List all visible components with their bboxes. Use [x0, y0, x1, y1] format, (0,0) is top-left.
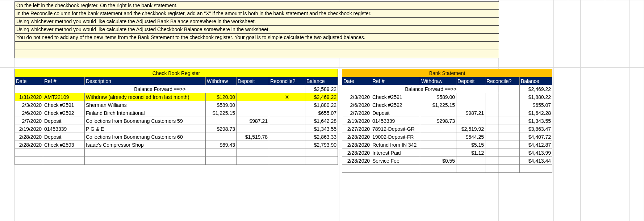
- cell-balance[interactable]: $4,413.44: [520, 157, 552, 165]
- cell-reconcile[interactable]: [485, 141, 520, 149]
- cell-withdraw[interactable]: $1,225.15: [206, 109, 237, 117]
- cell-withdraw[interactable]: $298.73: [206, 125, 237, 133]
- table-row[interactable]: 2/7/2020DepositCollections from Boomeran…: [15, 117, 338, 125]
- cell-reconcile[interactable]: [485, 109, 520, 117]
- cell-reconcile[interactable]: [485, 157, 520, 165]
- cell-date[interactable]: 2/28/2020: [15, 141, 43, 149]
- cell-deposit[interactable]: [237, 101, 269, 109]
- cell-reconcile[interactable]: [269, 109, 305, 117]
- cell-deposit[interactable]: $987.21: [237, 117, 269, 125]
- cell-date[interactable]: 2/3/2020: [15, 101, 43, 109]
- cell-ref[interactable]: Refund from IN 342: [371, 141, 420, 149]
- cell-date[interactable]: 2/6/2020: [15, 109, 43, 117]
- cell-ref[interactable]: Interest Paid: [371, 149, 420, 157]
- cell-ref[interactable]: 19002-Deposit-FR: [371, 133, 420, 141]
- cell-deposit[interactable]: [456, 117, 485, 125]
- cell-desc[interactable]: Sherman Williams: [85, 101, 206, 109]
- cell-date[interactable]: 1/31/2020: [15, 93, 43, 101]
- cell-desc[interactable]: P G & E: [85, 125, 206, 133]
- cell-reconcile[interactable]: [485, 133, 520, 141]
- cell-balance[interactable]: $1,343.55: [520, 117, 552, 125]
- cell-balance[interactable]: $1,642.28: [520, 109, 552, 117]
- cell-balance[interactable]: $2,469.22: [305, 93, 338, 101]
- table-row[interactable]: 2/19/202001453339$298.73$1,343.55: [342, 117, 552, 125]
- table-row[interactable]: [15, 149, 338, 157]
- cell-balance[interactable]: $3,863.47: [520, 125, 552, 133]
- cell-reconcile[interactable]: [269, 133, 305, 141]
- cell-withdraw[interactable]: [420, 133, 456, 141]
- cell-date[interactable]: 2/7/2020: [342, 109, 371, 117]
- cell-ref[interactable]: Check #2592: [371, 101, 420, 109]
- cell-deposit[interactable]: [456, 101, 485, 109]
- cell-reconcile[interactable]: [269, 141, 305, 149]
- table-row[interactable]: 2/28/2020Interest Paid$1.12$4,413.99: [342, 149, 552, 157]
- cell-ref[interactable]: Check #2593: [43, 141, 85, 149]
- cell-withdraw[interactable]: [420, 125, 456, 133]
- table-row[interactable]: 2/3/2020Check #2591Sherman Williams$589.…: [15, 101, 338, 109]
- cell-withdraw[interactable]: $298.73: [420, 117, 456, 125]
- cell-date[interactable]: 2/7/2020: [15, 117, 43, 125]
- cell-ref[interactable]: Service Fee: [371, 157, 420, 165]
- cell-withdraw[interactable]: $0.55: [420, 157, 456, 165]
- cell-deposit[interactable]: $544.25: [456, 133, 485, 141]
- cell-desc[interactable]: Collections from Boomerang Customers 60: [85, 133, 206, 141]
- cell-deposit[interactable]: [456, 157, 485, 165]
- cell-deposit[interactable]: $1.12: [456, 149, 485, 157]
- cell-reconcile[interactable]: [269, 101, 305, 109]
- cell-ref[interactable]: Deposit: [371, 109, 420, 117]
- cell-ref[interactable]: Deposit: [43, 133, 85, 141]
- cell-balance[interactable]: $1,880.22: [520, 93, 552, 101]
- table-row[interactable]: 1/31/2020AMT22109Withdraw (already recon…: [15, 93, 338, 101]
- cell-ref[interactable]: Check #2591: [43, 101, 85, 109]
- table-row[interactable]: 2/19/202001453339P G & E$298.73$1,343.55: [15, 125, 338, 133]
- cell-date[interactable]: 2/28/2020: [342, 133, 371, 141]
- cell-reconcile[interactable]: [485, 125, 520, 133]
- cell-reconcile[interactable]: [485, 149, 520, 157]
- cell-deposit[interactable]: $5.15: [456, 141, 485, 149]
- cell-withdraw[interactable]: [420, 109, 456, 117]
- cell-date[interactable]: 2/6/2020: [342, 101, 371, 109]
- cell-balance[interactable]: $1,880.22: [305, 101, 338, 109]
- cell-withdraw[interactable]: [420, 141, 456, 149]
- cell-deposit[interactable]: $1,519.78: [237, 133, 269, 141]
- table-row[interactable]: 2/7/2020Deposit$987.21$1,642.28: [342, 109, 552, 117]
- cell-withdraw[interactable]: $120.00: [206, 93, 237, 101]
- cell-reconcile[interactable]: [485, 117, 520, 125]
- cell-balance[interactable]: $4,413.99: [520, 149, 552, 157]
- table-row[interactable]: 2/28/2020DepositCollections from Boomera…: [15, 133, 338, 141]
- cell-deposit[interactable]: [237, 125, 269, 133]
- cell-desc[interactable]: Isaac's Compressor Shop: [85, 141, 206, 149]
- cell-deposit[interactable]: [237, 93, 269, 101]
- cell-date[interactable]: 2/19/2020: [342, 117, 371, 125]
- table-row[interactable]: 2/28/2020Check #2593Isaac's Compressor S…: [15, 141, 338, 149]
- cell-balance[interactable]: $2,793.90: [305, 141, 338, 149]
- table-row[interactable]: [342, 165, 552, 173]
- table-row[interactable]: 2/28/2020Refund from IN 342$5.15$4,412.8…: [342, 141, 552, 149]
- cell-deposit[interactable]: [237, 109, 269, 117]
- cell-date[interactable]: 2/28/2020: [342, 141, 371, 149]
- cell-desc[interactable]: Withdraw (already reconciled from last m…: [85, 93, 206, 101]
- table-row[interactable]: 2/3/2020Check #2591$589.00$1,880.22: [342, 93, 552, 101]
- cell-ref[interactable]: Check #2592: [43, 109, 85, 117]
- cell-date[interactable]: 2/3/2020: [342, 93, 371, 101]
- table-row[interactable]: 2/28/202019002-Deposit-FR$544.25$4,407.7…: [342, 133, 552, 141]
- cell-date[interactable]: 2/28/2020: [15, 133, 43, 141]
- cell-ref[interactable]: AMT22109: [43, 93, 85, 101]
- cell-withdraw[interactable]: [420, 149, 456, 157]
- cell-ref[interactable]: Deposit: [43, 117, 85, 125]
- cell-date[interactable]: 2/28/2020: [342, 149, 371, 157]
- cell-balance[interactable]: $1,343.55: [305, 125, 338, 133]
- cell-balance[interactable]: $655.07: [520, 101, 552, 109]
- table-row[interactable]: 2/6/2020Check #2592Finland Birch Interna…: [15, 109, 338, 117]
- cell-deposit[interactable]: [237, 141, 269, 149]
- cell-date[interactable]: 2/28/2020: [342, 157, 371, 165]
- cell-reconcile[interactable]: [269, 117, 305, 125]
- cell-deposit[interactable]: $2,519.92: [456, 125, 485, 133]
- cell-balance[interactable]: $655.07: [305, 109, 338, 117]
- spreadsheet-canvas[interactable]: On the left in the checkbook register. O…: [0, 0, 644, 221]
- cell-reconcile[interactable]: X: [269, 93, 305, 101]
- table-row[interactable]: 2/28/2020Service Fee$0.55$4,413.44: [342, 157, 552, 165]
- cell-withdraw[interactable]: $1,225.15: [420, 101, 456, 109]
- cell-withdraw[interactable]: [206, 117, 237, 125]
- cell-withdraw[interactable]: $589.00: [420, 93, 456, 101]
